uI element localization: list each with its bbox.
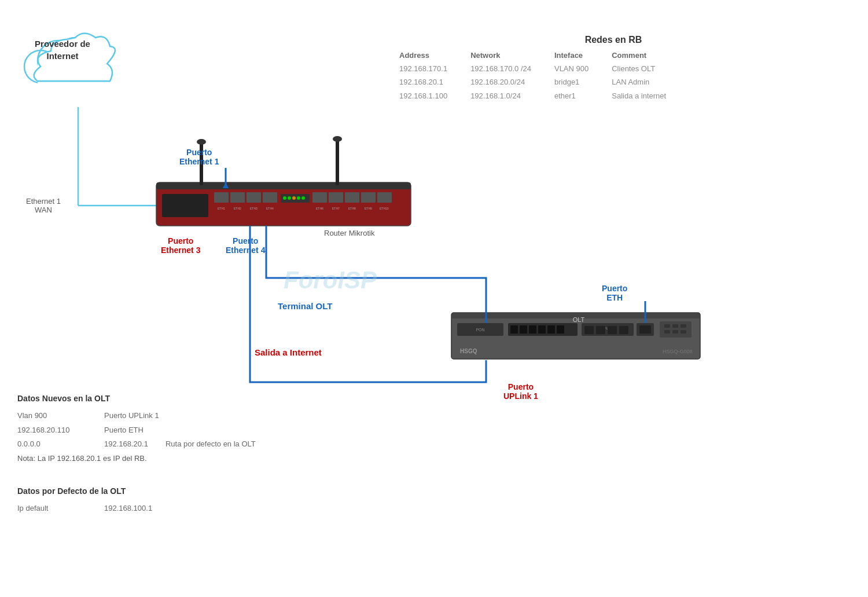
- svg-text:PON: PON: [476, 328, 484, 332]
- svg-rect-53: [584, 326, 594, 334]
- svg-rect-25: [312, 192, 327, 203]
- redes-networks: 192.168.170.0 /24192.168.20.0/24192.168.…: [470, 62, 531, 102]
- label-puerto-eth-olt: Puerto ETH: [602, 284, 627, 302]
- svg-text:ETH7: ETH7: [332, 207, 340, 210]
- svg-rect-63: [664, 330, 670, 334]
- svg-text:ETH10: ETH10: [380, 207, 389, 210]
- svg-text:ETH3: ETH3: [250, 207, 258, 210]
- ip-default-label: Ip default: [17, 501, 87, 516]
- svg-text:HSGQ: HSGQ: [460, 348, 477, 354]
- svg-text:UPLINK: UPLINK: [601, 327, 614, 330]
- datos-defecto-title: Datos por Defecto de la OLT: [17, 486, 249, 496]
- ip-default-value: 192.168.100.1: [104, 501, 152, 516]
- svg-rect-49: [547, 325, 555, 334]
- svg-rect-42: [457, 323, 503, 336]
- redes-rb-table: Address 192.168.170.1192.168.20.1192.168…: [376, 51, 851, 102]
- datos-row-1: Vlan 900 Puerto UPLink 1: [17, 409, 365, 423]
- svg-rect-18: [263, 192, 277, 203]
- datos-row-2: 192.168.20.110 Puerto ETH: [17, 423, 365, 438]
- svg-rect-9: [156, 182, 411, 189]
- datos-nuevos-section: Datos Nuevos en la OLT Vlan 900 Puerto U…: [17, 394, 365, 463]
- svg-rect-60: [664, 324, 670, 328]
- svg-rect-50: [557, 325, 564, 334]
- svg-rect-15: [214, 192, 229, 203]
- redes-addresses: 192.168.170.1192.168.20.1192.168.1.100: [399, 62, 447, 102]
- datos-nuevos-title: Datos Nuevos en la OLT: [17, 394, 365, 403]
- svg-text:OLT: OLT: [573, 316, 585, 323]
- label-puerto-eth4: Puerto Ethernet 4: [226, 236, 265, 255]
- svg-rect-12: [336, 139, 339, 185]
- svg-rect-59: [660, 321, 692, 338]
- svg-rect-26: [329, 192, 343, 203]
- svg-point-20: [283, 196, 286, 200]
- redes-col-network: Network 192.168.170.0 /24192.168.20.0/24…: [470, 51, 531, 102]
- svg-text:ETH1: ETH1: [218, 207, 225, 210]
- svg-rect-44: [508, 323, 578, 336]
- redes-col-interface: Inteface VLAN 900bridge1ether1: [554, 51, 589, 102]
- svg-rect-61: [672, 324, 678, 328]
- redes-interfaces: VLAN 900bridge1ether1: [554, 62, 589, 102]
- datos-nuevos-table: Vlan 900 Puerto UPLink 1 192.168.20.110 …: [17, 409, 365, 452]
- svg-rect-57: [637, 323, 654, 336]
- svg-point-11: [197, 139, 206, 145]
- datos-nota: Nota: La IP 192.168.20.1 es IP del RB.: [17, 454, 365, 463]
- label-ethernet1-wan: Ethernet 1 WAN: [26, 197, 61, 214]
- svg-rect-16: [230, 192, 245, 203]
- svg-text:HSGQ-G008: HSGQ-G008: [663, 349, 693, 354]
- svg-text:ETH4: ETH4: [266, 207, 274, 210]
- svg-text:ETH6: ETH6: [316, 207, 323, 210]
- svg-rect-58: [639, 325, 651, 334]
- diagram-container: ETH1 ETH2 ETH3 ETH4 ETH6 ETH7 ETH8 ETH9 …: [0, 0, 868, 597]
- svg-rect-55: [608, 326, 617, 334]
- svg-rect-54: [596, 326, 605, 334]
- svg-point-13: [333, 136, 342, 142]
- svg-rect-65: [681, 330, 686, 334]
- svg-rect-8: [156, 182, 411, 226]
- svg-rect-51: [582, 323, 634, 336]
- cloud-label: Proveedor de Internet: [22, 38, 103, 62]
- label-puerto-eth3: Puerto Ethernet 3: [161, 236, 200, 255]
- svg-point-22: [292, 196, 296, 200]
- svg-rect-46: [520, 325, 527, 334]
- svg-rect-40: [451, 313, 700, 318]
- svg-marker-70: [223, 182, 229, 188]
- datos-defecto-row: Ip default 192.168.100.1: [17, 501, 249, 516]
- redes-col-address: Address 192.168.170.1192.168.20.1192.168…: [399, 51, 447, 102]
- svg-rect-47: [529, 325, 536, 334]
- svg-rect-62: [681, 324, 686, 328]
- svg-point-24: [301, 196, 305, 200]
- label-puerto-uplink1: Puerto UPLink 1: [503, 382, 538, 401]
- svg-rect-4: [38, 64, 110, 90]
- redes-col-comment: Comment Clientes OLTLAN AdminSalida a in…: [612, 51, 666, 102]
- label-puerto-eth1: Puerto Ethernet 1: [179, 148, 219, 166]
- label-terminal-olt: Terminal OLT: [278, 301, 332, 311]
- svg-rect-48: [538, 325, 546, 334]
- svg-rect-14: [162, 194, 208, 217]
- svg-text:ETH8: ETH8: [348, 207, 356, 210]
- datos-row-3: 0.0.0.0 192.168.20.1 Ruta por defecto en…: [17, 437, 365, 452]
- watermark: ForoISP: [284, 266, 377, 294]
- redes-rb-section: Redes en RB Address 192.168.170.1192.168…: [376, 35, 851, 102]
- olt-device-body: OLT PON UPLINK: [451, 313, 700, 359]
- svg-rect-56: [619, 326, 628, 334]
- svg-rect-27: [345, 192, 359, 203]
- svg-point-21: [288, 196, 291, 200]
- svg-text:ETH2: ETH2: [234, 207, 241, 210]
- svg-rect-28: [361, 192, 376, 203]
- svg-rect-64: [672, 330, 678, 334]
- svg-text:ETH9: ETH9: [365, 207, 372, 210]
- svg-rect-45: [510, 325, 518, 334]
- svg-rect-39: [451, 313, 700, 359]
- svg-rect-19: [281, 194, 310, 203]
- redes-comments: Clientes OLTLAN AdminSalida a internet: [612, 62, 666, 102]
- label-router-mikrotik: Router Mikrotik: [324, 229, 374, 237]
- redes-rb-title: Redes en RB: [376, 35, 851, 45]
- svg-rect-17: [247, 192, 261, 203]
- svg-point-23: [297, 196, 300, 200]
- label-salida-internet: Salida a Internet: [255, 347, 322, 357]
- datos-defecto-section: Datos por Defecto de la OLT Ip default 1…: [17, 486, 249, 516]
- svg-rect-29: [377, 192, 392, 203]
